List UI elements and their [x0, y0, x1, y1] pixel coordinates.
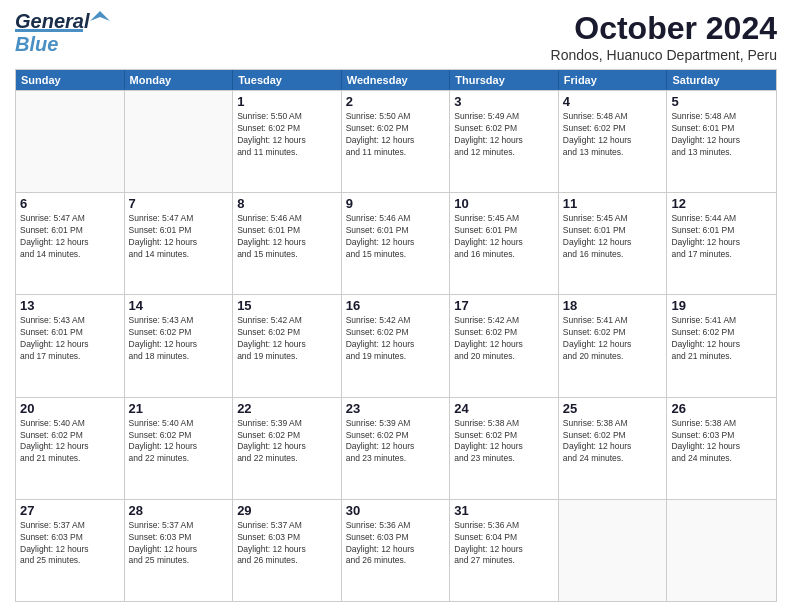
day-number: 4 — [563, 94, 663, 109]
day-number: 19 — [671, 298, 772, 313]
calendar-cell: 4Sunrise: 5:48 AM Sunset: 6:02 PM Daylig… — [559, 91, 668, 192]
calendar-row-1: 6Sunrise: 5:47 AM Sunset: 6:01 PM Daylig… — [16, 192, 776, 294]
day-info: Sunrise: 5:42 AM Sunset: 6:02 PM Dayligh… — [454, 315, 554, 363]
day-info: Sunrise: 5:37 AM Sunset: 6:03 PM Dayligh… — [20, 520, 120, 568]
logo-blue: Blue — [15, 33, 58, 55]
day-info: Sunrise: 5:45 AM Sunset: 6:01 PM Dayligh… — [454, 213, 554, 261]
calendar-cell: 30Sunrise: 5:36 AM Sunset: 6:03 PM Dayli… — [342, 500, 451, 601]
page: General Blue October 2024 Rondos, Huanuc… — [0, 0, 792, 612]
day-number: 12 — [671, 196, 772, 211]
day-info: Sunrise: 5:49 AM Sunset: 6:02 PM Dayligh… — [454, 111, 554, 159]
logo: General Blue — [15, 10, 112, 56]
logo-bird-icon — [90, 11, 112, 31]
calendar-cell — [16, 91, 125, 192]
calendar-cell: 19Sunrise: 5:41 AM Sunset: 6:02 PM Dayli… — [667, 295, 776, 396]
day-info: Sunrise: 5:37 AM Sunset: 6:03 PM Dayligh… — [129, 520, 229, 568]
calendar-cell: 27Sunrise: 5:37 AM Sunset: 6:03 PM Dayli… — [16, 500, 125, 601]
day-info: Sunrise: 5:48 AM Sunset: 6:01 PM Dayligh… — [671, 111, 772, 159]
day-info: Sunrise: 5:39 AM Sunset: 6:02 PM Dayligh… — [237, 418, 337, 466]
header-tuesday: Tuesday — [233, 70, 342, 90]
day-number: 30 — [346, 503, 446, 518]
day-info: Sunrise: 5:40 AM Sunset: 6:02 PM Dayligh… — [20, 418, 120, 466]
day-info: Sunrise: 5:43 AM Sunset: 6:01 PM Dayligh… — [20, 315, 120, 363]
day-number: 15 — [237, 298, 337, 313]
day-info: Sunrise: 5:41 AM Sunset: 6:02 PM Dayligh… — [563, 315, 663, 363]
day-number: 6 — [20, 196, 120, 211]
day-info: Sunrise: 5:43 AM Sunset: 6:02 PM Dayligh… — [129, 315, 229, 363]
day-info: Sunrise: 5:38 AM Sunset: 6:02 PM Dayligh… — [454, 418, 554, 466]
title-block: October 2024 Rondos, Huanuco Department,… — [551, 10, 777, 63]
calendar-cell: 29Sunrise: 5:37 AM Sunset: 6:03 PM Dayli… — [233, 500, 342, 601]
day-number: 22 — [237, 401, 337, 416]
day-number: 24 — [454, 401, 554, 416]
day-number: 5 — [671, 94, 772, 109]
day-info: Sunrise: 5:38 AM Sunset: 6:02 PM Dayligh… — [563, 418, 663, 466]
calendar-body: 1Sunrise: 5:50 AM Sunset: 6:02 PM Daylig… — [16, 90, 776, 601]
calendar-cell: 14Sunrise: 5:43 AM Sunset: 6:02 PM Dayli… — [125, 295, 234, 396]
day-number: 20 — [20, 401, 120, 416]
calendar-row-4: 27Sunrise: 5:37 AM Sunset: 6:03 PM Dayli… — [16, 499, 776, 601]
calendar-cell: 1Sunrise: 5:50 AM Sunset: 6:02 PM Daylig… — [233, 91, 342, 192]
header-saturday: Saturday — [667, 70, 776, 90]
day-number: 28 — [129, 503, 229, 518]
day-number: 25 — [563, 401, 663, 416]
day-number: 14 — [129, 298, 229, 313]
day-info: Sunrise: 5:50 AM Sunset: 6:02 PM Dayligh… — [346, 111, 446, 159]
calendar-cell: 24Sunrise: 5:38 AM Sunset: 6:02 PM Dayli… — [450, 398, 559, 499]
calendar-cell: 7Sunrise: 5:47 AM Sunset: 6:01 PM Daylig… — [125, 193, 234, 294]
day-info: Sunrise: 5:47 AM Sunset: 6:01 PM Dayligh… — [129, 213, 229, 261]
day-info: Sunrise: 5:42 AM Sunset: 6:02 PM Dayligh… — [237, 315, 337, 363]
day-number: 21 — [129, 401, 229, 416]
day-info: Sunrise: 5:36 AM Sunset: 6:03 PM Dayligh… — [346, 520, 446, 568]
calendar-cell: 31Sunrise: 5:36 AM Sunset: 6:04 PM Dayli… — [450, 500, 559, 601]
day-info: Sunrise: 5:39 AM Sunset: 6:02 PM Dayligh… — [346, 418, 446, 466]
day-number: 8 — [237, 196, 337, 211]
day-info: Sunrise: 5:50 AM Sunset: 6:02 PM Dayligh… — [237, 111, 337, 159]
calendar-cell: 23Sunrise: 5:39 AM Sunset: 6:02 PM Dayli… — [342, 398, 451, 499]
calendar-cell: 3Sunrise: 5:49 AM Sunset: 6:02 PM Daylig… — [450, 91, 559, 192]
calendar-cell: 9Sunrise: 5:46 AM Sunset: 6:01 PM Daylig… — [342, 193, 451, 294]
day-info: Sunrise: 5:44 AM Sunset: 6:01 PM Dayligh… — [671, 213, 772, 261]
day-number: 10 — [454, 196, 554, 211]
day-number: 16 — [346, 298, 446, 313]
calendar-cell: 26Sunrise: 5:38 AM Sunset: 6:03 PM Dayli… — [667, 398, 776, 499]
calendar-cell: 11Sunrise: 5:45 AM Sunset: 6:01 PM Dayli… — [559, 193, 668, 294]
day-number: 27 — [20, 503, 120, 518]
calendar-row-0: 1Sunrise: 5:50 AM Sunset: 6:02 PM Daylig… — [16, 90, 776, 192]
day-info: Sunrise: 5:45 AM Sunset: 6:01 PM Dayligh… — [563, 213, 663, 261]
day-number: 9 — [346, 196, 446, 211]
calendar-row-2: 13Sunrise: 5:43 AM Sunset: 6:01 PM Dayli… — [16, 294, 776, 396]
day-number: 7 — [129, 196, 229, 211]
day-info: Sunrise: 5:46 AM Sunset: 6:01 PM Dayligh… — [346, 213, 446, 261]
calendar-cell: 15Sunrise: 5:42 AM Sunset: 6:02 PM Dayli… — [233, 295, 342, 396]
day-info: Sunrise: 5:38 AM Sunset: 6:03 PM Dayligh… — [671, 418, 772, 466]
day-number: 31 — [454, 503, 554, 518]
calendar-cell: 28Sunrise: 5:37 AM Sunset: 6:03 PM Dayli… — [125, 500, 234, 601]
calendar-cell: 6Sunrise: 5:47 AM Sunset: 6:01 PM Daylig… — [16, 193, 125, 294]
day-info: Sunrise: 5:42 AM Sunset: 6:02 PM Dayligh… — [346, 315, 446, 363]
calendar-cell — [125, 91, 234, 192]
calendar-cell: 10Sunrise: 5:45 AM Sunset: 6:01 PM Dayli… — [450, 193, 559, 294]
header: General Blue October 2024 Rondos, Huanuc… — [15, 10, 777, 63]
svg-marker-0 — [90, 11, 110, 21]
calendar-cell — [559, 500, 668, 601]
calendar-header: Sunday Monday Tuesday Wednesday Thursday… — [16, 70, 776, 90]
day-info: Sunrise: 5:41 AM Sunset: 6:02 PM Dayligh… — [671, 315, 772, 363]
calendar-cell: 21Sunrise: 5:40 AM Sunset: 6:02 PM Dayli… — [125, 398, 234, 499]
day-number: 1 — [237, 94, 337, 109]
calendar-row-3: 20Sunrise: 5:40 AM Sunset: 6:02 PM Dayli… — [16, 397, 776, 499]
header-wednesday: Wednesday — [342, 70, 451, 90]
day-number: 23 — [346, 401, 446, 416]
calendar-cell: 5Sunrise: 5:48 AM Sunset: 6:01 PM Daylig… — [667, 91, 776, 192]
calendar-cell: 17Sunrise: 5:42 AM Sunset: 6:02 PM Dayli… — [450, 295, 559, 396]
calendar-cell: 25Sunrise: 5:38 AM Sunset: 6:02 PM Dayli… — [559, 398, 668, 499]
day-info: Sunrise: 5:40 AM Sunset: 6:02 PM Dayligh… — [129, 418, 229, 466]
calendar-cell: 13Sunrise: 5:43 AM Sunset: 6:01 PM Dayli… — [16, 295, 125, 396]
calendar-cell: 20Sunrise: 5:40 AM Sunset: 6:02 PM Dayli… — [16, 398, 125, 499]
day-number: 18 — [563, 298, 663, 313]
day-number: 29 — [237, 503, 337, 518]
header-monday: Monday — [125, 70, 234, 90]
day-number: 11 — [563, 196, 663, 211]
location: Rondos, Huanuco Department, Peru — [551, 47, 777, 63]
header-thursday: Thursday — [450, 70, 559, 90]
